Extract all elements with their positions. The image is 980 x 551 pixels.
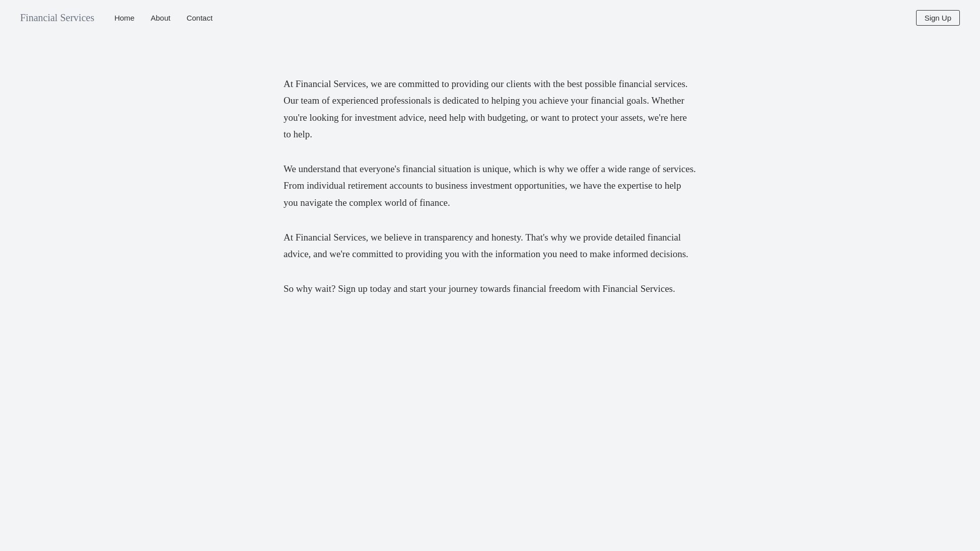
nav-link-contact[interactable]: Contact bbox=[186, 14, 213, 22]
paragraph-2: We understand that everyone's financial … bbox=[284, 161, 696, 211]
paragraph-1: At Financial Services, we are committed … bbox=[284, 75, 696, 142]
nav-links: Home About Contact bbox=[114, 14, 916, 22]
navbar: Financial Services Home About Contact Si… bbox=[0, 0, 980, 35]
nav-link-home[interactable]: Home bbox=[114, 14, 134, 22]
signup-button[interactable]: Sign Up bbox=[916, 10, 960, 26]
main-content: At Financial Services, we are committed … bbox=[263, 75, 717, 297]
paragraph-3: At Financial Services, we believe in tra… bbox=[284, 229, 696, 263]
paragraph-4: So why wait? Sign up today and start you… bbox=[284, 280, 696, 297]
nav-brand: Financial Services bbox=[20, 12, 94, 24]
nav-link-about[interactable]: About bbox=[151, 14, 170, 22]
